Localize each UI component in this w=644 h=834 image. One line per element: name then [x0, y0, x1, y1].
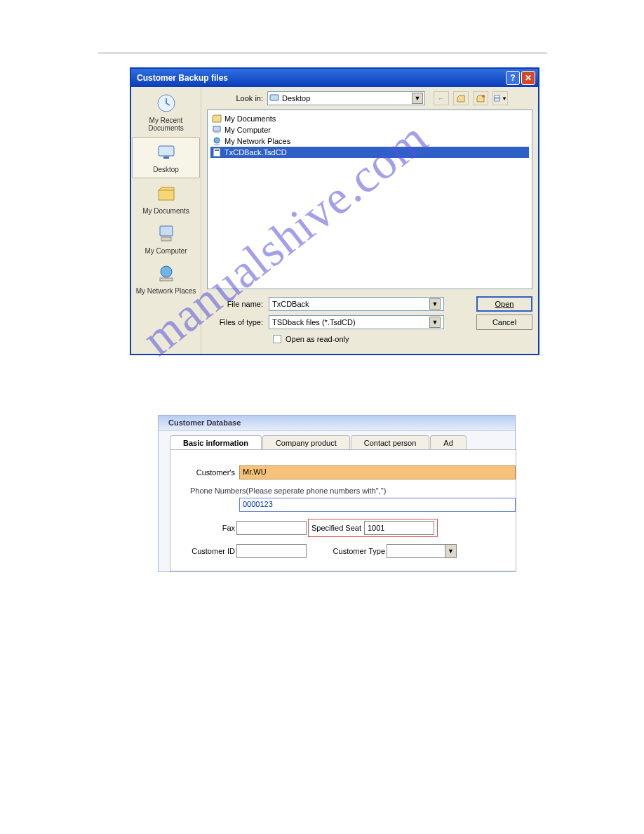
backup-files-dialog: Customer Backup files ? ✕ My Recent Docu… — [130, 67, 539, 355]
file-name: My Documents — [224, 114, 276, 123]
specified-seat-highlight: Specified Seat — [308, 519, 438, 537]
file-item[interactable]: My Documents — [210, 113, 529, 124]
my-computer-icon — [154, 222, 178, 246]
sidebar-item-label: My Recent Documents — [148, 117, 184, 132]
sidebar-item-label: Desktop — [153, 166, 179, 173]
page-content: Customer Backup files ? ✕ My Recent Docu… — [98, 53, 547, 512]
sidebar-desktop[interactable]: Desktop — [132, 137, 200, 178]
tab-additional[interactable]: Ad — [430, 435, 466, 449]
specified-seat-label: Specified Seat — [311, 524, 361, 532]
look-in-row: Look in: Desktop ▼ ← — [201, 87, 538, 110]
svg-rect-17 — [215, 150, 219, 151]
recent-documents-icon — [154, 91, 178, 115]
customer-type-label: Customer Type — [318, 547, 385, 555]
phone-numbers-field[interactable]: 0000123 — [239, 498, 516, 512]
sidebar-item-label: My Computer — [145, 247, 187, 255]
filename-input[interactable]: TxCDBack ▼ — [269, 297, 444, 311]
my-documents-icon — [154, 182, 178, 206]
sidebar-recent-documents[interactable]: My Recent Documents — [131, 88, 201, 136]
dialog-titlebar: Customer Backup files ? ✕ — [131, 69, 538, 87]
dialog-title: Customer Backup files — [137, 73, 504, 83]
svg-rect-15 — [214, 144, 220, 145]
views-button[interactable]: ▼ — [492, 91, 508, 105]
specified-seat-field[interactable] — [364, 521, 434, 535]
up-one-level-button[interactable] — [453, 91, 469, 105]
filetype-label: Files of type: — [207, 318, 263, 326]
tab-basic-information[interactable]: Basic information — [170, 435, 262, 449]
file-item[interactable]: My Network Places — [210, 135, 529, 147]
customer-label: Customer's — [175, 468, 235, 477]
computer-icon — [212, 125, 222, 135]
svg-rect-13 — [214, 132, 220, 133]
sidebar-my-documents[interactable]: My Documents — [131, 179, 201, 219]
filename-label: File name: — [207, 300, 263, 308]
nav-toolbar: ← ▼ — [434, 91, 508, 105]
open-button[interactable]: Open — [476, 296, 532, 312]
chevron-down-icon: ▼ — [445, 545, 456, 557]
svg-rect-2 — [163, 157, 169, 159]
sidebar-item-label: My Documents — [142, 207, 189, 215]
chevron-down-icon: ▼ — [429, 317, 441, 328]
svg-rect-12 — [213, 126, 220, 131]
file-name: My Network Places — [224, 137, 290, 145]
new-folder-button[interactable] — [473, 91, 488, 105]
svg-rect-4 — [161, 237, 171, 241]
filename-value: TxCDBack — [272, 300, 309, 308]
svg-rect-7 — [270, 95, 279, 100]
phone-note: Phone Numbers(Please seperate phone numb… — [190, 486, 516, 495]
file-icon — [212, 147, 222, 157]
filetype-select[interactable]: TSDback files (*.TsdCD) ▼ — [269, 315, 444, 329]
desktop-icon — [154, 140, 178, 164]
svg-point-8 — [482, 95, 485, 98]
filetype-value: TSDback files (*.TsdCD) — [272, 318, 356, 326]
places-sidebar: My Recent Documents Desktop My Documents — [131, 87, 201, 354]
look-in-label: Look in: — [207, 94, 263, 102]
customer-name-field[interactable]: Mr.WU — [239, 465, 516, 479]
tab-contact-person[interactable]: Contact person — [351, 435, 430, 449]
svg-point-5 — [161, 266, 172, 277]
look-in-value: Desktop — [282, 94, 310, 102]
chevron-down-icon: ▼ — [412, 93, 423, 104]
tab-panel: Customer's Mr.WU Phone Numbers(Please se… — [170, 449, 516, 571]
customer-type-select[interactable]: ▼ — [387, 544, 457, 558]
file-name: TxCDBack.TsdCD — [224, 148, 287, 157]
sidebar-item-label: My Network Places — [136, 287, 196, 295]
fax-field[interactable] — [236, 521, 307, 535]
sidebar-network-places[interactable]: My Network Places — [131, 259, 201, 299]
sidebar-my-computer[interactable]: My Computer — [131, 219, 201, 259]
tab-company-product[interactable]: Company product — [262, 435, 350, 449]
file-name: My Computer — [224, 126, 271, 134]
close-button[interactable]: ✕ — [521, 71, 535, 85]
file-item-selected[interactable]: TxCDBack.TsdCD — [210, 147, 529, 158]
readonly-checkbox[interactable] — [273, 335, 281, 343]
customer-database-dialog: Customer Database Basic information Comp… — [158, 415, 516, 572]
file-list[interactable]: My Documents My Computer My Network Plac… — [207, 110, 532, 289]
customer-id-label: Customer ID — [175, 547, 235, 555]
chevron-down-icon: ▼ — [429, 298, 441, 310]
svg-rect-9 — [495, 95, 500, 101]
look-in-select[interactable]: Desktop ▼ — [267, 91, 425, 105]
svg-rect-3 — [160, 226, 173, 236]
back-button[interactable]: ← — [434, 91, 449, 105]
dialog-bottom: File name: TxCDBack ▼ Open Files of type… — [201, 292, 538, 354]
readonly-label: Open as read-only — [286, 335, 349, 343]
dialog-main: Look in: Desktop ▼ ← — [201, 87, 538, 354]
svg-point-14 — [214, 138, 220, 143]
fax-label: Fax — [175, 524, 235, 532]
network-places-icon — [154, 262, 178, 286]
file-item[interactable]: My Computer — [210, 124, 529, 135]
folder-icon — [212, 114, 222, 124]
desktop-small-icon — [269, 93, 279, 103]
dialog2-title: Customer Database — [159, 416, 515, 431]
tab-bar: Basic information Company product Contac… — [170, 435, 515, 449]
svg-rect-16 — [213, 148, 220, 157]
help-button[interactable]: ? — [506, 71, 520, 85]
cancel-button[interactable]: Cancel — [476, 315, 532, 330]
customer-id-field[interactable] — [236, 544, 307, 558]
network-icon — [212, 136, 222, 146]
svg-rect-1 — [159, 146, 174, 156]
svg-rect-6 — [160, 278, 173, 281]
